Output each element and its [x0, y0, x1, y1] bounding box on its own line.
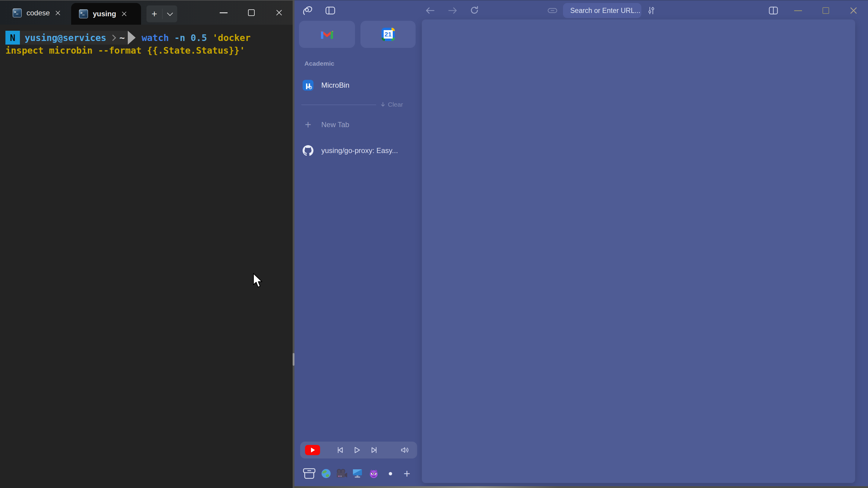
- terminal-tab-yusing[interactable]: yusing: [71, 3, 141, 25]
- browser-window: Search or Enter URL...: [294, 0, 868, 488]
- minimize-icon: [220, 12, 227, 13]
- reload-icon: [470, 5, 479, 15]
- sliders-icon: [647, 6, 655, 15]
- browser-logo-button[interactable]: [302, 4, 315, 17]
- minimize-button[interactable]: [791, 4, 805, 17]
- tab-title: yusing/go-proxy: Easy...: [321, 147, 398, 155]
- terminal-window[interactable]: codese yusing + N yusing@services: [0, 0, 293, 488]
- google-calendar-icon: 21: [381, 28, 395, 41]
- maximize-button[interactable]: [819, 4, 833, 17]
- close-tab-icon[interactable]: [122, 11, 127, 17]
- plus-icon: +: [404, 467, 410, 480]
- mouse-cursor: [253, 273, 265, 289]
- gmail-icon: [321, 30, 333, 39]
- web-content-area[interactable]: [422, 20, 855, 483]
- terminal-tab-codese[interactable]: codese: [5, 4, 70, 22]
- essential-tab-gmail[interactable]: [299, 21, 355, 48]
- clear-tabs-button[interactable]: Clear: [380, 100, 416, 109]
- microbin-icon: µ: [303, 80, 313, 91]
- workspace-archive-button[interactable]: [302, 466, 316, 481]
- previous-icon: [336, 447, 344, 454]
- tab-title: MicroBin: [321, 81, 349, 90]
- reload-button[interactable]: [468, 4, 481, 17]
- workspace-globe-button[interactable]: [319, 466, 333, 481]
- prompt-user-host: yusing@services: [25, 33, 106, 43]
- next-icon: [370, 447, 378, 454]
- maximize-button[interactable]: [242, 4, 260, 22]
- screen: codese yusing + N yusing@services: [0, 0, 868, 488]
- maximize-icon: [823, 7, 829, 14]
- close-tab-icon[interactable]: [56, 10, 61, 16]
- new-tab-button[interactable]: +: [147, 8, 162, 20]
- zen-logo-icon: [302, 5, 315, 16]
- workspace-media-button[interactable]: [335, 466, 349, 481]
- play-icon: [353, 447, 361, 454]
- terminal-tab-label: codese: [27, 9, 50, 17]
- previous-track-button[interactable]: [336, 447, 344, 454]
- close-icon: [850, 7, 857, 14]
- split-view-icon: [769, 7, 778, 14]
- calendar-date: 21: [384, 30, 393, 38]
- workspace-desktop-button[interactable]: [350, 466, 365, 481]
- taskbar-edge: [294, 486, 868, 488]
- command-options: -n 0.5: [169, 33, 213, 43]
- chevron-down-icon: [167, 10, 173, 16]
- forward-button[interactable]: [446, 4, 459, 17]
- media-player: [300, 442, 417, 458]
- maximize-icon: [248, 9, 255, 16]
- divider: [301, 104, 376, 105]
- copy-link-button[interactable]: [546, 5, 559, 16]
- movie-camera-icon: [336, 469, 347, 478]
- archive-box-icon: [303, 468, 315, 479]
- prompt-cwd: ~: [119, 33, 125, 43]
- close-icon: [276, 9, 282, 16]
- terminal-prompt: N yusing@services ~ watch -n 0.5 'docker: [5, 31, 250, 44]
- plus-icon: +: [303, 119, 313, 131]
- desktop-computer-icon: [352, 469, 363, 478]
- forward-arrow-icon: [448, 7, 458, 14]
- close-button[interactable]: [270, 4, 288, 22]
- link-icon: [548, 7, 557, 14]
- command-string: 'docker: [213, 33, 250, 43]
- add-workspace-button[interactable]: +: [400, 466, 414, 481]
- shell-badge: N: [5, 31, 20, 44]
- dot-icon: [389, 472, 392, 475]
- terminal-tab-bar: codese yusing +: [0, 1, 293, 25]
- arrow-down-icon: [380, 102, 385, 107]
- clear-label: Clear: [388, 101, 403, 108]
- powershell-icon: [13, 8, 22, 18]
- new-tab-label: New Tab: [321, 121, 349, 129]
- mute-button[interactable]: [401, 446, 410, 454]
- prompt-segment: yusing@services ~: [20, 31, 128, 44]
- essential-tab-calendar[interactable]: 21: [361, 21, 415, 48]
- minimize-icon: [794, 10, 802, 11]
- workspace-dot-button[interactable]: [383, 466, 398, 481]
- volume-icon: [401, 446, 410, 454]
- terminal-tab-label: yusing: [93, 10, 116, 18]
- tab-go-proxy[interactable]: yusing/go-proxy: Easy...: [303, 144, 398, 157]
- tab-microbin[interactable]: µ MicroBin: [303, 79, 349, 92]
- close-button[interactable]: [846, 4, 861, 17]
- back-button[interactable]: [424, 4, 437, 17]
- workspace-devil-button[interactable]: [367, 466, 381, 481]
- powershell-icon: [79, 9, 88, 19]
- chevron-right-icon: [110, 34, 116, 41]
- url-bar[interactable]: Search or Enter URL...: [563, 3, 641, 18]
- devil-emoji-icon: [369, 469, 379, 478]
- globe-icon: [321, 468, 331, 479]
- url-placeholder: Search or Enter URL...: [570, 7, 641, 15]
- page-settings-button[interactable]: [645, 4, 658, 17]
- minimize-button[interactable]: [215, 4, 233, 22]
- play-button[interactable]: [353, 447, 361, 454]
- youtube-icon[interactable]: [305, 445, 320, 455]
- split-view-button[interactable]: [767, 4, 780, 17]
- sidebar-toggle-icon: [326, 7, 335, 14]
- back-arrow-icon: [425, 7, 435, 14]
- sidebar-new-tab-button[interactable]: + New Tab: [303, 119, 349, 131]
- workspace-label: Academic: [304, 60, 334, 67]
- terminal-newtab-cluster: +: [147, 5, 177, 22]
- next-track-button[interactable]: [370, 447, 378, 454]
- sidebar-toggle-button[interactable]: [324, 4, 337, 17]
- tab-dropdown-button[interactable]: [162, 12, 177, 16]
- github-icon: [303, 145, 313, 156]
